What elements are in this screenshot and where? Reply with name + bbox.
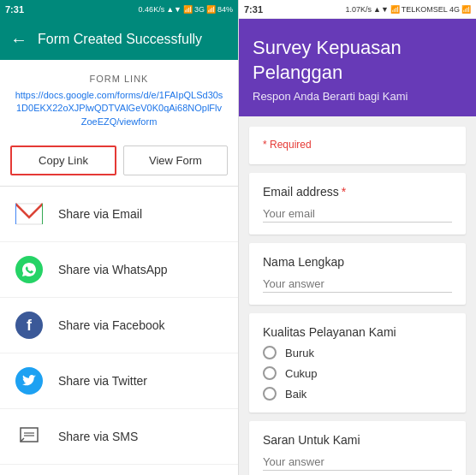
- view-form-button[interactable]: View Form: [123, 145, 228, 175]
- form-link-section: FORM LINK https://docs.google.com/forms/…: [0, 60, 238, 145]
- share-item-whatsapp[interactable]: Share via WhatsApp: [0, 242, 238, 298]
- back-button[interactable]: ←: [10, 30, 27, 50]
- form-header: Survey Kepuasan Pelanggan Respon Anda Be…: [239, 19, 476, 116]
- form-link-url: https://docs.google.com/forms/d/e/1FAIpQ…: [14, 89, 224, 128]
- time-left: 7:31: [5, 4, 24, 15]
- link-buttons: Copy Link View Form: [0, 145, 238, 186]
- share-list: Share via Email Share via WhatsApp f Sha…: [0, 187, 238, 475]
- radio-cukup[interactable]: Cukup: [263, 366, 452, 380]
- toolbar: ← Form Created Successfully: [0, 19, 238, 60]
- radio-circle-buruk: [263, 346, 277, 359]
- twitter-icon: [14, 365, 45, 396]
- status-icons-right: 1.07K/s ▲▼ 📶 TELKOMSEL 4G 📶: [345, 5, 471, 14]
- required-note-card: * Required: [249, 127, 466, 164]
- share-email-label: Share via Email: [58, 207, 142, 221]
- radio-buruk[interactable]: Buruk: [263, 346, 452, 359]
- quality-label: Kualitas Pelayanan Kami: [263, 325, 452, 339]
- status-icons-left: 0.46K/s ▲▼ 📶 3G 📶 84%: [139, 5, 233, 14]
- share-whatsapp-label: Share via WhatsApp: [58, 263, 168, 276]
- radio-circle-baik: [263, 387, 277, 401]
- name-label: Nama Lengkap: [263, 255, 452, 269]
- suggestion-field-card: Saran Untuk Kami: [249, 421, 466, 475]
- share-item-email[interactable]: Share via Email: [0, 187, 238, 242]
- share-item-facebook[interactable]: f Share via Facebook: [0, 298, 238, 353]
- right-panel: 7:31 1.07K/s ▲▼ 📶 TELKOMSEL 4G 📶 Survey …: [238, 0, 476, 475]
- email-label: Email address *: [263, 185, 452, 199]
- share-twitter-label: Share via Twitter: [58, 374, 147, 388]
- radio-baik[interactable]: Baik: [263, 387, 452, 401]
- share-item-twitter[interactable]: Share via Twitter: [0, 353, 238, 409]
- status-bar-right: 7:31 1.07K/s ▲▼ 📶 TELKOMSEL 4G 📶: [239, 0, 476, 19]
- email-field-card: Email address *: [249, 173, 466, 235]
- share-item-sms[interactable]: Share via SMS: [0, 409, 238, 465]
- name-field-card: Nama Lengkap: [249, 243, 466, 305]
- name-input[interactable]: [263, 276, 452, 293]
- status-bar-left: 7:31 0.46K/s ▲▼ 📶 3G 📶 84%: [0, 0, 238, 19]
- radio-circle-cukup: [263, 366, 277, 380]
- toolbar-title: Form Created Successfully: [38, 32, 228, 47]
- share-item-other[interactable]: Select App to Share: [0, 465, 238, 475]
- copy-link-button[interactable]: Copy Link: [10, 145, 116, 175]
- time-right: 7:31: [244, 4, 263, 15]
- quality-field-card: Kualitas Pelayanan Kami Buruk Cukup Baik: [249, 313, 466, 413]
- form-body: * Required Email address * Nama Lengkap: [239, 116, 476, 475]
- form-subtitle: Respon Anda Berarti bagi Kami: [253, 90, 462, 103]
- form-link-label: FORM LINK: [14, 74, 224, 84]
- facebook-icon: f: [14, 310, 45, 341]
- form-title: Survey Kepuasan Pelanggan: [253, 36, 462, 85]
- left-panel: 7:31 0.46K/s ▲▼ 📶 3G 📶 84% ← Form Create…: [0, 0, 238, 475]
- form-content[interactable]: Survey Kepuasan Pelanggan Respon Anda Be…: [239, 19, 476, 475]
- whatsapp-icon: [14, 254, 45, 285]
- gmail-icon: [14, 199, 45, 229]
- email-input[interactable]: [263, 205, 452, 223]
- suggestion-input[interactable]: [263, 454, 452, 471]
- required-star-email: *: [342, 185, 346, 199]
- share-facebook-label: Share via Facebook: [58, 318, 165, 332]
- required-note: * Required: [263, 139, 452, 151]
- quality-radio-group: Buruk Cukup Baik: [263, 346, 452, 401]
- suggestion-label: Saran Untuk Kami: [263, 433, 452, 447]
- sms-icon: [14, 421, 45, 452]
- share-sms-label: Share via SMS: [58, 430, 138, 443]
